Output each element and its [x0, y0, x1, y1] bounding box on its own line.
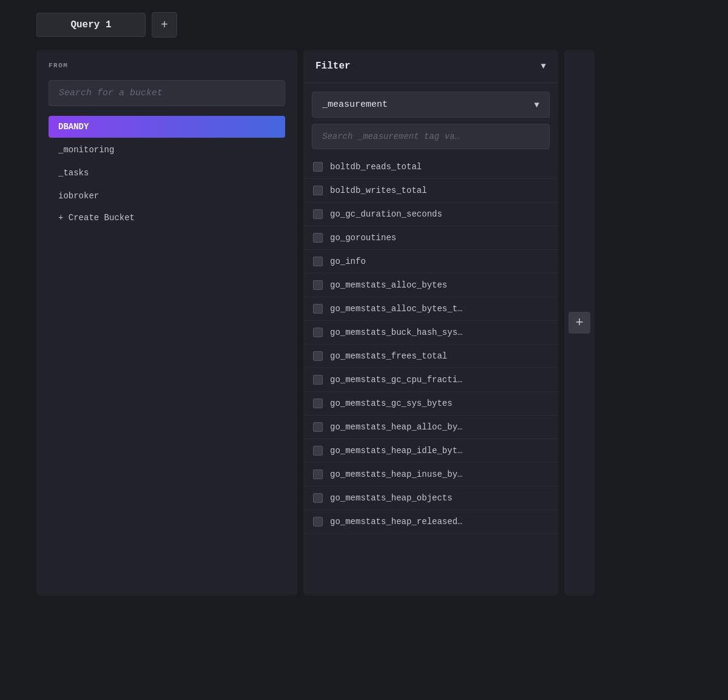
bucket-item-dbandy[interactable]: DBANDY: [49, 116, 285, 138]
top-bar: Query 1 +: [0, 12, 728, 50]
measurement-checkbox[interactable]: [313, 257, 323, 266]
measurement-item[interactable]: boltdb_reads_total: [303, 155, 558, 179]
main-content: FROM DBANDY _monitoring _tasks iobroker …: [0, 50, 728, 596]
add-tab-button[interactable]: +: [152, 12, 177, 38]
measurement-checkbox[interactable]: [313, 304, 323, 314]
measurement-item-label: go_info: [330, 257, 366, 266]
measurement-checkbox[interactable]: [313, 422, 323, 432]
bucket-item-monitoring[interactable]: _monitoring: [49, 139, 285, 161]
measurement-item-label: go_memstats_frees_total: [330, 351, 447, 361]
bucket-item-tasks[interactable]: _tasks: [49, 162, 285, 184]
measurement-selector[interactable]: _measurement ▼: [312, 92, 550, 118]
measurement-item-label: go_memstats_alloc_bytes: [330, 280, 447, 290]
measurement-checkbox[interactable]: [313, 186, 323, 195]
measurement-item[interactable]: go_memstats_buck_hash_sys…: [303, 321, 558, 345]
measurement-item-label: boltdb_writes_total: [330, 186, 427, 195]
bucket-search-input[interactable]: [49, 80, 285, 106]
measurement-item-label: go_memstats_heap_inuse_by…: [330, 469, 462, 479]
measurement-item[interactable]: go_memstats_frees_total: [303, 345, 558, 368]
measurement-item-label: go_memstats_heap_released…: [330, 517, 462, 527]
filter-dropdown-arrow-icon[interactable]: ▼: [541, 61, 546, 71]
filter-header: Filter ▼: [303, 50, 558, 83]
measurement-item[interactable]: go_memstats_heap_inuse_by…: [303, 463, 558, 486]
measurement-item[interactable]: go_memstats_alloc_bytes: [303, 274, 558, 297]
measurement-checkbox[interactable]: [313, 375, 323, 385]
measurement-item[interactable]: go_memstats_alloc_bytes_t…: [303, 297, 558, 321]
measurement-checkbox[interactable]: [313, 399, 323, 408]
measurement-checkbox[interactable]: [313, 351, 323, 361]
measurement-checkbox[interactable]: [313, 280, 323, 290]
measurement-item-label: go_memstats_alloc_bytes_t…: [330, 304, 462, 314]
measurement-checkbox[interactable]: [313, 328, 323, 337]
measurement-checkbox[interactable]: [313, 162, 323, 172]
create-bucket-button[interactable]: + Create Bucket: [49, 207, 285, 229]
measurement-item[interactable]: go_gc_duration_seconds: [303, 203, 558, 226]
measurement-item[interactable]: go_memstats_heap_alloc_by…: [303, 416, 558, 439]
measurement-item-label: go_memstats_buck_hash_sys…: [330, 328, 462, 337]
add-filter-panel: +: [564, 50, 595, 596]
measurement-item[interactable]: go_goroutines: [303, 226, 558, 250]
measurement-search-input[interactable]: [312, 124, 550, 149]
from-label: FROM: [49, 62, 285, 69]
measurement-item-label: go_memstats_heap_idle_byt…: [330, 446, 462, 456]
measurement-item[interactable]: go_info: [303, 250, 558, 274]
measurement-checkbox[interactable]: [313, 446, 323, 456]
add-filter-button[interactable]: +: [568, 312, 590, 334]
measurement-item-label: go_goroutines: [330, 233, 396, 243]
measurement-checkbox[interactable]: [313, 233, 323, 243]
measurement-list: boltdb_reads_totalboltdb_writes_totalgo_…: [303, 155, 558, 534]
bucket-item-iobroker[interactable]: iobroker: [49, 185, 285, 207]
measurement-item[interactable]: boltdb_writes_total: [303, 179, 558, 203]
query-tab[interactable]: Query 1: [36, 13, 146, 37]
measurement-item[interactable]: go_memstats_heap_objects: [303, 486, 558, 510]
measurement-checkbox[interactable]: [313, 469, 323, 479]
measurement-item[interactable]: go_memstats_heap_idle_byt…: [303, 439, 558, 463]
measurement-item[interactable]: go_memstats_gc_sys_bytes: [303, 392, 558, 416]
measurement-item[interactable]: go_memstats_gc_cpu_fracti…: [303, 368, 558, 392]
measurement-item-label: boltdb_reads_total: [330, 162, 422, 172]
measurement-checkbox[interactable]: [313, 517, 323, 527]
measurement-item-label: go_memstats_gc_cpu_fracti…: [330, 375, 462, 385]
filter-title: Filter: [315, 61, 351, 72]
measurement-label: _measurement: [322, 99, 388, 110]
bucket-list: DBANDY _monitoring _tasks iobroker: [49, 116, 285, 207]
measurement-item-label: go_memstats_heap_alloc_by…: [330, 422, 462, 432]
filter-panel: Filter ▼ _measurement ▼ boltdb_reads_tot…: [303, 50, 558, 596]
measurement-checkbox[interactable]: [313, 209, 323, 219]
measurement-item[interactable]: go_memstats_heap_released…: [303, 510, 558, 534]
measurement-arrow-icon: ▼: [534, 100, 539, 110]
measurement-item-label: go_memstats_heap_objects: [330, 493, 453, 503]
measurement-checkbox[interactable]: [313, 493, 323, 503]
measurement-item-label: go_gc_duration_seconds: [330, 209, 442, 219]
from-panel: FROM DBANDY _monitoring _tasks iobroker …: [36, 50, 297, 596]
measurement-item-label: go_memstats_gc_sys_bytes: [330, 399, 453, 408]
